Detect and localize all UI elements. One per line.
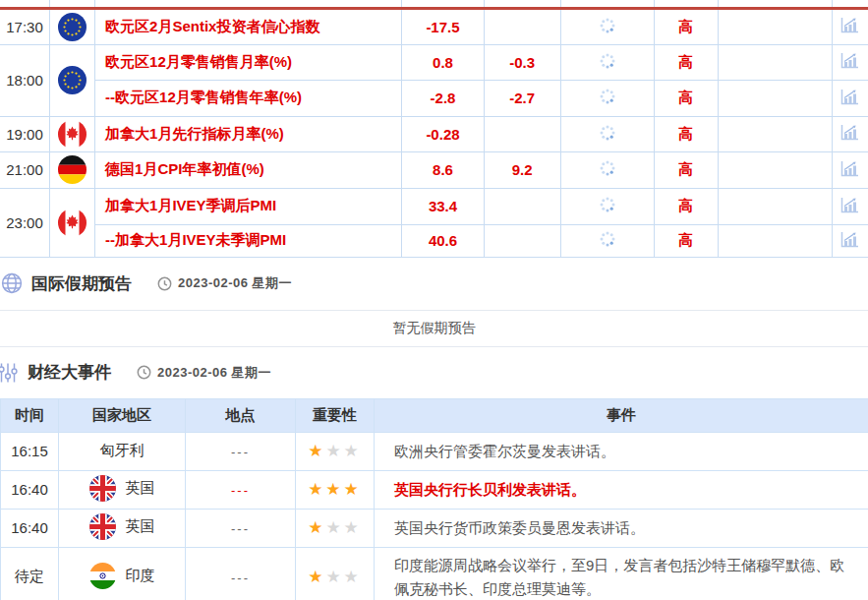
loading-spinner-icon [560, 44, 654, 80]
importance-badge: 高 [654, 10, 718, 44]
clock-icon [157, 276, 172, 291]
indicator-name[interactable]: 加拿大1月IVEY季调后PMI [95, 188, 402, 224]
big-events-table: 时间 国家地区 地点 重要性 事件 16:15 匈牙利 --- ★★★ 欧洲央行… [0, 398, 868, 600]
loading-spinner-icon [560, 116, 654, 151]
forecast-value: -2.7 [484, 80, 560, 116]
event-description[interactable]: 欧洲央行管委霍尔茨曼发表讲话。 [375, 432, 868, 470]
importance-badge: 高 [654, 224, 718, 257]
country-name: 印度 [126, 567, 155, 585]
uk-flag-icon [89, 475, 116, 502]
event-description[interactable]: 英国央行货币政策委员曼恩发表讲话。 [375, 509, 868, 547]
bar-chart-icon[interactable] [832, 188, 868, 224]
country-name: 匈牙利 [100, 442, 145, 460]
event-description[interactable]: 英国央行行长贝利发表讲话。 [375, 470, 868, 509]
loading-spinner-icon [560, 80, 654, 116]
country-name: 英国 [126, 517, 155, 536]
event-time: 16:40 [1, 470, 59, 509]
econ-row[interactable]: 21:00 德国1月CPI年率初值(%) 8.6 9.2 高 [0, 151, 868, 188]
loading-spinner-icon [560, 151, 654, 188]
globe-icon [1, 272, 23, 294]
events-table-header: 时间 国家地区 地点 重要性 事件 [1, 398, 868, 432]
event-time: 18:00 [0, 44, 50, 116]
econ-row[interactable]: 23:00 加拿大1月IVEY季调后PMI 33.4 高 [0, 188, 868, 224]
loading-spinner-icon [560, 10, 654, 44]
bar-chart-icon[interactable] [832, 116, 868, 151]
previous-value: -0.28 [402, 116, 484, 151]
importance-stars: ★★★ [296, 509, 375, 547]
col-header-country: 国家地区 [59, 398, 186, 432]
section-title: 国际假期预告 [31, 272, 132, 295]
col-header-event: 事件 [375, 398, 868, 432]
indicator-name[interactable]: 欧元区2月Sentix投资者信心指数 [95, 10, 402, 44]
econ-row[interactable]: --欧元区12月零售销售年率(%) -2.8 -2.7 高 [0, 80, 868, 116]
econ-row[interactable]: 19:00 加拿大1月先行指标月率(%) -0.28 高 [0, 116, 868, 151]
sliders-icon [0, 362, 19, 384]
event-row[interactable]: 16:40 英国 --- ★★★ 英国央行行长贝利发表讲话。 [1, 470, 868, 509]
bar-chart-icon[interactable] [832, 224, 868, 257]
location-cell: --- [186, 547, 296, 600]
clock-icon [137, 365, 151, 380]
empty-cell [718, 116, 832, 151]
importance-badge: 高 [654, 188, 718, 224]
section-date: 2023-02-06 星期一 [157, 364, 271, 382]
bar-chart-icon[interactable] [832, 151, 868, 188]
loading-spinner-icon [560, 224, 654, 257]
econ-row[interactable]: 17:30 欧元区2月Sentix投资者信心指数 -17.5 高 [0, 10, 868, 44]
events-section-header: 财经大事件 2023-02-06 星期一 [0, 347, 868, 398]
eu-flag-icon [50, 10, 95, 44]
bar-chart-icon[interactable] [832, 10, 868, 44]
previous-value: 33.4 [402, 188, 484, 224]
indicator-name[interactable]: --加拿大1月IVEY未季调PMI [95, 224, 402, 257]
forecast-value: 9.2 [484, 151, 560, 188]
forecast-value [484, 116, 560, 151]
empty-cell [718, 224, 832, 257]
col-header-time: 时间 [1, 398, 59, 432]
location-cell: --- [186, 432, 296, 470]
event-row[interactable]: 待定 印度 --- ★★★ 印度能源周战略会议举行，至9日，发言者包括沙特王储穆… [1, 547, 868, 600]
indicator-name[interactable]: 加拿大1月先行指标月率(%) [95, 116, 402, 151]
event-row[interactable]: 16:40 英国 --- ★★★ 英国央行货币政策委员曼恩发表讲话。 [1, 509, 868, 547]
importance-badge: 高 [654, 151, 718, 188]
event-time: 待定 [1, 547, 59, 600]
germany-flag-icon [50, 151, 95, 188]
event-time: 19:00 [0, 116, 50, 151]
canada-flag-icon [50, 116, 95, 151]
econ-row[interactable]: 18:00 欧元区12月零售销售月率(%) 0.8 -0.3 高 [0, 44, 868, 80]
indicator-name[interactable]: --欧元区12月零售销售年率(%) [95, 80, 402, 116]
empty-cell [718, 151, 832, 188]
previous-value: -2.8 [402, 80, 484, 116]
event-time: 21:00 [0, 151, 50, 188]
section-title: 财经大事件 [28, 361, 111, 384]
forecast-value [484, 224, 560, 257]
empty-cell [718, 10, 832, 44]
indicator-name[interactable]: 欧元区12月零售销售月率(%) [95, 44, 402, 80]
location-cell: --- [186, 509, 296, 547]
event-description[interactable]: 印度能源周战略会议举行，至9日，发言者包括沙特王储穆罕默德、欧佩克秘书长、印度总… [375, 547, 868, 600]
country-cell: 英国 [59, 470, 186, 509]
importance-badge: 高 [654, 80, 718, 116]
economic-data-table: 17:30 欧元区2月Sentix投资者信心指数 -17.5 高 18:00 欧… [0, 10, 868, 258]
previous-value: 8.6 [402, 151, 484, 188]
event-time: 23:00 [0, 188, 50, 257]
importance-badge: 高 [654, 44, 718, 80]
bar-chart-icon[interactable] [832, 80, 868, 116]
importance-stars: ★★★ [296, 432, 375, 470]
importance-badge: 高 [654, 116, 718, 151]
date-group: 2023-02-06 星期一 [157, 274, 292, 292]
importance-stars: ★★★ [296, 470, 375, 509]
country-cell: 印度 [59, 547, 186, 600]
forecast-value [484, 10, 560, 44]
eu-flag-icon [50, 44, 95, 116]
econ-row[interactable]: --加拿大1月IVEY未季调PMI 40.6 高 [0, 224, 868, 257]
event-row[interactable]: 16:15 匈牙利 --- ★★★ 欧洲央行管委霍尔茨曼发表讲话。 [1, 432, 868, 470]
previous-value: -17.5 [402, 10, 484, 44]
canada-flag-icon [50, 188, 95, 257]
event-time: 16:40 [1, 509, 59, 547]
bar-chart-icon[interactable] [832, 44, 868, 80]
forecast-value: -0.3 [484, 44, 560, 80]
empty-cell [718, 44, 832, 80]
country-name: 英国 [126, 479, 155, 498]
indicator-name[interactable]: 德国1月CPI年率初值(%) [95, 151, 402, 188]
col-header-location: 地点 [186, 398, 296, 432]
country-cell: 英国 [59, 509, 186, 547]
